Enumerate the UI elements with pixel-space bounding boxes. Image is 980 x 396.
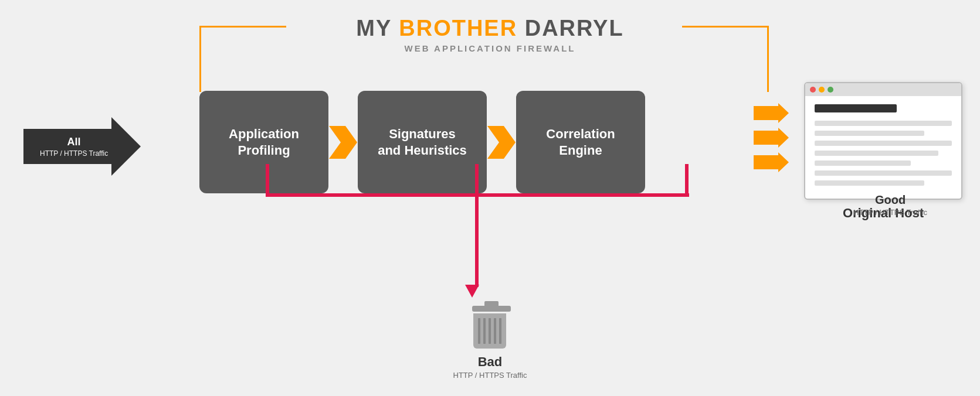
- correlation-engine-box: CorrelationEngine: [516, 91, 645, 193]
- right-arrow-3: [754, 152, 789, 172]
- drop-arrow-head: [465, 285, 479, 298]
- good-label: Good HTTP / HTTPS Traffic: [853, 193, 927, 217]
- browser-line-7: [815, 180, 924, 186]
- right-arrows: [754, 103, 789, 172]
- browser-line-3: [815, 141, 952, 146]
- drop-line: [475, 193, 479, 287]
- chevron-icon-1: [329, 126, 357, 159]
- dot-green: [828, 87, 833, 93]
- browser-window: [804, 82, 962, 200]
- title-section: MY BROTHER DARRYL WEB APPLICATION FIREWA…: [356, 16, 623, 53]
- arrow-main-label: All: [40, 136, 108, 148]
- title-brother: BROTHER: [399, 16, 517, 40]
- trash-stripe-1: [479, 318, 481, 344]
- arrow-shape: All HTTP / HTTPS Traffic: [23, 117, 141, 176]
- browser-titlebar: [805, 83, 961, 96]
- trash-stripe-2: [484, 318, 486, 344]
- browser-line-5: [815, 161, 911, 166]
- browser-line-2: [815, 131, 924, 136]
- correlation-engine-label: CorrelationEngine: [546, 126, 615, 158]
- good-sub: HTTP / HTTPS Traffic: [853, 208, 927, 217]
- title-subtitle: WEB APPLICATION FIREWALL: [356, 43, 623, 53]
- bad-title: Bad: [453, 354, 527, 370]
- bracket-right: [682, 26, 769, 28]
- bad-sub: HTTP / HTTPS Traffic: [453, 371, 527, 380]
- good-title: Good: [853, 193, 927, 207]
- main-title: MY BROTHER DARRYL: [356, 16, 623, 41]
- dot-red: [810, 87, 816, 93]
- trash-stripe-5: [500, 318, 502, 344]
- signatures-heuristics-label: Signaturesand Heuristics: [378, 126, 467, 158]
- diagram-container: MY BROTHER DARRYL WEB APPLICATION FIREWA…: [0, 0, 980, 396]
- trash-stripe-3: [489, 318, 491, 344]
- connector-left: [266, 164, 269, 197]
- application-profiling-label: ApplicationProfiling: [229, 126, 299, 158]
- arrow-text: All HTTP / HTTPS Traffic: [34, 136, 126, 158]
- browser-content: [805, 96, 961, 199]
- bracket-left: [199, 26, 286, 28]
- svg-marker-0: [329, 126, 357, 159]
- application-profiling-box: ApplicationProfiling: [199, 91, 328, 193]
- chevron-arrow-2: [487, 125, 516, 160]
- svg-marker-1: [487, 126, 516, 159]
- trash-body: [474, 313, 507, 349]
- browser-line-1: [815, 121, 952, 126]
- arrow-sub-label: HTTP / HTTPS Traffic: [40, 149, 108, 158]
- connector-right: [685, 164, 689, 197]
- browser-title-bar-decoration: [815, 104, 897, 112]
- signatures-heuristics-box: Signaturesand Heuristics: [358, 91, 487, 193]
- right-arrow-1: [754, 103, 789, 123]
- all-traffic-arrow: All HTTP / HTTPS Traffic: [23, 117, 141, 176]
- connector-mid: [475, 164, 479, 197]
- trash-lid: [473, 306, 511, 312]
- dot-yellow: [819, 87, 825, 93]
- trash-section: Bad HTTP / HTTPS Traffic: [453, 306, 527, 380]
- right-arrow-2: [754, 128, 789, 148]
- browser-line-6: [815, 170, 952, 176]
- browser-line-4: [815, 151, 938, 156]
- chevron-arrow-1: [328, 125, 358, 160]
- trash-stripe-4: [494, 318, 497, 344]
- chevron-icon-2: [487, 126, 516, 159]
- title-my: MY: [356, 16, 391, 40]
- trash-icon: [473, 306, 508, 349]
- title-darryl: DARRYL: [525, 16, 624, 40]
